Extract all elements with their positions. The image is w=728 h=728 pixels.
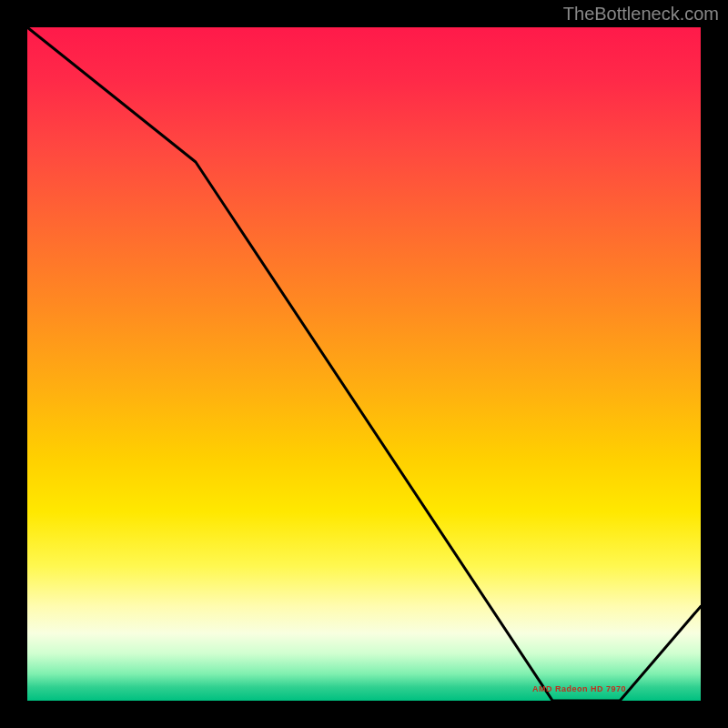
watermark-text: TheBottleneck.com [563,4,719,25]
chart-frame: AMD Radeon HD 7970 [27,27,701,701]
plot-area: AMD Radeon HD 7970 [27,27,701,701]
bottleneck-line [27,27,701,701]
